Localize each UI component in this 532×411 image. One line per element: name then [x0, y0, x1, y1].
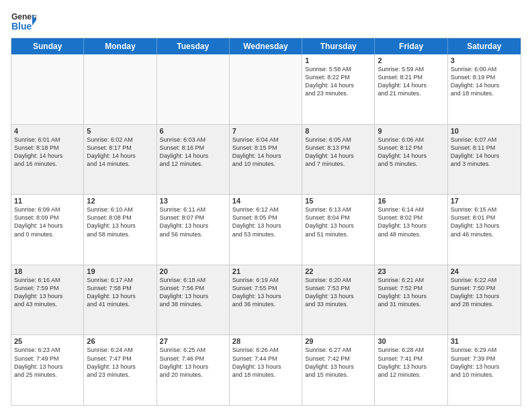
- day-info: Sunrise: 6:25 AM Sunset: 7:46 PM Dayligh…: [160, 346, 226, 379]
- day-number: 14: [232, 197, 299, 205]
- day-number: 26: [87, 337, 153, 345]
- day-number: 7: [232, 127, 299, 135]
- day-number: 13: [160, 197, 226, 205]
- day-cell-18: 18Sunrise: 6:16 AM Sunset: 7:59 PM Dayli…: [11, 265, 84, 335]
- day-number: 5: [87, 127, 153, 135]
- day-info: Sunrise: 6:02 AM Sunset: 8:17 PM Dayligh…: [87, 136, 153, 169]
- day-number: 17: [451, 197, 518, 205]
- day-number: 23: [378, 267, 444, 275]
- day-number: 22: [305, 267, 371, 275]
- day-number: 28: [232, 337, 299, 345]
- day-cell-20: 20Sunrise: 6:18 AM Sunset: 7:56 PM Dayli…: [157, 265, 230, 335]
- day-info: Sunrise: 6:07 AM Sunset: 8:11 PM Dayligh…: [451, 136, 518, 169]
- day-cell-13: 13Sunrise: 6:11 AM Sunset: 8:07 PM Dayli…: [157, 195, 230, 265]
- day-cell-15: 15Sunrise: 6:13 AM Sunset: 8:04 PM Dayli…: [302, 195, 375, 265]
- calendar-body: 1Sunrise: 5:58 AM Sunset: 8:22 PM Daylig…: [11, 54, 521, 405]
- day-info: Sunrise: 6:11 AM Sunset: 8:07 PM Dayligh…: [160, 205, 226, 238]
- day-cell-24: 24Sunrise: 6:22 AM Sunset: 7:50 PM Dayli…: [448, 265, 521, 335]
- day-cell-17: 17Sunrise: 6:15 AM Sunset: 8:01 PM Dayli…: [448, 195, 521, 265]
- day-info: Sunrise: 6:19 AM Sunset: 7:55 PM Dayligh…: [232, 276, 299, 309]
- day-number: 19: [87, 267, 153, 275]
- week-4: 18Sunrise: 6:16 AM Sunset: 7:59 PM Dayli…: [11, 265, 521, 336]
- week-1: 1Sunrise: 5:58 AM Sunset: 8:22 PM Daylig…: [11, 54, 521, 125]
- day-info: Sunrise: 6:04 AM Sunset: 8:15 PM Dayligh…: [232, 136, 299, 169]
- day-number: 12: [87, 197, 153, 205]
- day-number: 3: [451, 56, 518, 64]
- day-number: 25: [14, 337, 81, 345]
- day-info: Sunrise: 6:29 AM Sunset: 7:39 PM Dayligh…: [451, 346, 518, 379]
- day-info: Sunrise: 5:59 AM Sunset: 8:21 PM Dayligh…: [378, 65, 444, 98]
- day-info: Sunrise: 6:26 AM Sunset: 7:44 PM Dayligh…: [232, 346, 299, 379]
- day-number: 15: [305, 197, 371, 205]
- day-info: Sunrise: 6:24 AM Sunset: 7:47 PM Dayligh…: [87, 346, 153, 379]
- day-info: Sunrise: 6:15 AM Sunset: 8:01 PM Dayligh…: [451, 205, 518, 238]
- week-3: 11Sunrise: 6:09 AM Sunset: 8:09 PM Dayli…: [11, 195, 521, 265]
- day-info: Sunrise: 6:28 AM Sunset: 7:41 PM Dayligh…: [378, 346, 444, 379]
- day-cell-2: 2Sunrise: 5:59 AM Sunset: 8:21 PM Daylig…: [375, 54, 447, 124]
- day-info: Sunrise: 6:10 AM Sunset: 8:08 PM Dayligh…: [87, 205, 153, 238]
- svg-text:Blue: Blue: [11, 21, 32, 32]
- day-info: Sunrise: 6:21 AM Sunset: 7:52 PM Dayligh…: [378, 276, 444, 309]
- day-cell-14: 14Sunrise: 6:12 AM Sunset: 8:05 PM Dayli…: [230, 195, 302, 265]
- day-cell-16: 16Sunrise: 6:14 AM Sunset: 8:02 PM Dayli…: [375, 195, 447, 265]
- day-cell-26: 26Sunrise: 6:24 AM Sunset: 7:47 PM Dayli…: [84, 335, 157, 405]
- day-cell-7: 7Sunrise: 6:04 AM Sunset: 8:15 PM Daylig…: [230, 125, 302, 195]
- header-day-tuesday: Tuesday: [157, 38, 230, 54]
- day-info: Sunrise: 6:22 AM Sunset: 7:50 PM Dayligh…: [451, 276, 518, 309]
- day-number: 11: [14, 197, 81, 205]
- day-cell-27: 27Sunrise: 6:25 AM Sunset: 7:46 PM Dayli…: [157, 335, 230, 405]
- logo-icon: General Blue: [11, 8, 36, 34]
- header-day-saturday: Saturday: [448, 38, 521, 54]
- day-cell-6: 6Sunrise: 6:03 AM Sunset: 8:16 PM Daylig…: [157, 125, 230, 195]
- day-number: 24: [451, 267, 518, 275]
- day-number: 6: [160, 127, 226, 135]
- day-number: 29: [305, 337, 371, 345]
- day-info: Sunrise: 6:18 AM Sunset: 7:56 PM Dayligh…: [160, 276, 226, 309]
- header-day-friday: Friday: [375, 38, 447, 54]
- day-cell-8: 8Sunrise: 6:05 AM Sunset: 8:13 PM Daylig…: [302, 125, 375, 195]
- day-number: 16: [378, 197, 444, 205]
- day-info: Sunrise: 6:03 AM Sunset: 8:16 PM Dayligh…: [160, 136, 226, 169]
- day-number: 4: [14, 127, 81, 135]
- day-number: 9: [378, 127, 444, 135]
- day-cell-25: 25Sunrise: 6:23 AM Sunset: 7:49 PM Dayli…: [11, 335, 84, 405]
- logo: General Blue: [11, 8, 36, 34]
- day-info: Sunrise: 6:17 AM Sunset: 7:58 PM Dayligh…: [87, 276, 153, 309]
- day-cell-30: 30Sunrise: 6:28 AM Sunset: 7:41 PM Dayli…: [375, 335, 447, 405]
- day-info: Sunrise: 5:58 AM Sunset: 8:22 PM Dayligh…: [305, 65, 371, 98]
- day-cell-19: 19Sunrise: 6:17 AM Sunset: 7:58 PM Dayli…: [84, 265, 157, 335]
- page: General Blue SundayMondayTuesdayWednesda…: [0, 0, 532, 411]
- day-info: Sunrise: 6:00 AM Sunset: 8:19 PM Dayligh…: [451, 65, 518, 98]
- day-info: Sunrise: 6:20 AM Sunset: 7:53 PM Dayligh…: [305, 276, 371, 309]
- day-cell-empty-0: [11, 54, 84, 124]
- day-number: 30: [378, 337, 444, 345]
- day-number: 18: [14, 267, 81, 275]
- day-cell-31: 31Sunrise: 6:29 AM Sunset: 7:39 PM Dayli…: [448, 335, 521, 405]
- day-cell-9: 9Sunrise: 6:06 AM Sunset: 8:12 PM Daylig…: [375, 125, 447, 195]
- day-cell-empty-1: [84, 54, 157, 124]
- day-cell-28: 28Sunrise: 6:26 AM Sunset: 7:44 PM Dayli…: [230, 335, 302, 405]
- calendar: SundayMondayTuesdayWednesdayThursdayFrid…: [11, 38, 521, 406]
- day-cell-11: 11Sunrise: 6:09 AM Sunset: 8:09 PM Dayli…: [11, 195, 84, 265]
- day-cell-29: 29Sunrise: 6:27 AM Sunset: 7:42 PM Dayli…: [302, 335, 375, 405]
- week-2: 4Sunrise: 6:01 AM Sunset: 8:18 PM Daylig…: [11, 125, 521, 195]
- day-number: 1: [305, 56, 371, 64]
- day-info: Sunrise: 6:01 AM Sunset: 8:18 PM Dayligh…: [14, 136, 81, 169]
- day-info: Sunrise: 6:09 AM Sunset: 8:09 PM Dayligh…: [14, 205, 81, 238]
- day-cell-empty-3: [230, 54, 302, 124]
- day-info: Sunrise: 6:06 AM Sunset: 8:12 PM Dayligh…: [378, 136, 444, 169]
- day-number: 8: [305, 127, 371, 135]
- header-day-thursday: Thursday: [302, 38, 375, 54]
- day-cell-22: 22Sunrise: 6:20 AM Sunset: 7:53 PM Dayli…: [302, 265, 375, 335]
- day-info: Sunrise: 6:27 AM Sunset: 7:42 PM Dayligh…: [305, 346, 371, 379]
- header: General Blue: [11, 8, 521, 34]
- header-day-wednesday: Wednesday: [230, 38, 302, 54]
- day-info: Sunrise: 6:05 AM Sunset: 8:13 PM Dayligh…: [305, 136, 371, 169]
- header-day-sunday: Sunday: [11, 38, 84, 54]
- day-number: 27: [160, 337, 226, 345]
- day-cell-12: 12Sunrise: 6:10 AM Sunset: 8:08 PM Dayli…: [84, 195, 157, 265]
- day-number: 2: [378, 56, 444, 64]
- day-info: Sunrise: 6:14 AM Sunset: 8:02 PM Dayligh…: [378, 205, 444, 238]
- day-cell-1: 1Sunrise: 5:58 AM Sunset: 8:22 PM Daylig…: [302, 54, 375, 124]
- day-number: 31: [451, 337, 518, 345]
